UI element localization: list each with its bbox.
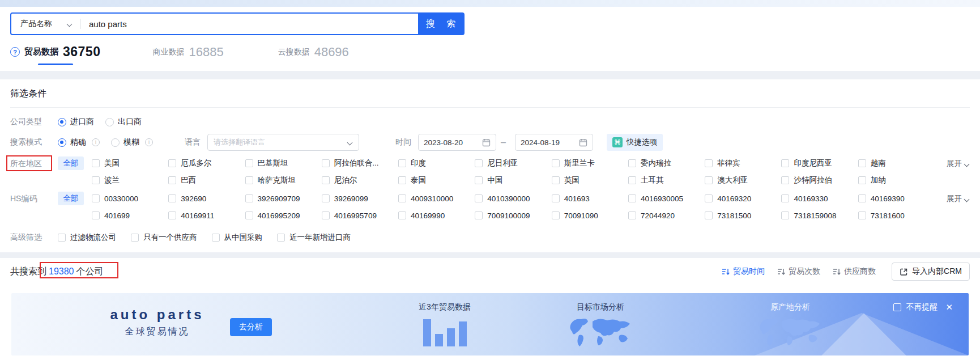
results-header: 共搜索到19380个公司 贸易时间 贸易次数 供应商数 导入内部CRM [10,263,970,281]
tab-cloud-data[interactable]: 云搜数据 48696 [278,45,349,65]
hs-code-checkbox[interactable]: 40169911 [168,210,245,221]
go-analyze-button[interactable]: 去分析 [230,318,272,336]
sort-trade-time[interactable]: 贸易时间 [722,266,765,277]
region-checkbox[interactable]: 中国 [475,175,551,186]
region-checkbox[interactable]: 加纳 [858,175,935,186]
hs-code-checkbox[interactable]: 401693 [552,193,628,204]
start-date-picker[interactable]: 2023-08-20 [418,134,496,151]
hs-code-checkbox[interactable]: 40169390 [858,193,935,204]
radio-exporter[interactable]: 出口商 [105,117,142,127]
close-icon[interactable]: ✕ [945,302,953,312]
region-checkbox[interactable]: 厄瓜多尔 [168,158,245,169]
hs-code-checkbox[interactable]: 40169320 [705,193,781,204]
sort-supplier-count[interactable]: 供应商数 [833,266,876,277]
hs-code-checkbox[interactable]: 72044920 [628,210,705,221]
hs-expand-link[interactable]: 展开 [935,193,970,204]
region-checkbox[interactable]: 印度尼西亚 [781,158,858,169]
import-crm-button[interactable]: 导入内部CRM [892,263,970,281]
hs-code-checkbox[interactable]: 39269099 [322,193,398,204]
hs-code-checkbox[interactable]: 7009100009 [475,210,551,221]
hs-code-checkbox[interactable]: 4016995209 [245,210,322,221]
advanced-checkbox[interactable]: 从中国采购 [212,232,263,243]
sort-trade-count[interactable]: 贸易次数 [777,266,820,277]
region-checkbox[interactable]: 越南 [858,158,935,169]
radio-dot-icon [111,138,120,147]
section-separator [0,252,980,258]
tab-cloud-label: 云搜数据 [278,47,310,57]
region-checkbox[interactable]: 巴西 [168,175,245,186]
hs-code-checkbox[interactable]: 73181600 [858,210,935,221]
checkbox-icon [245,211,253,219]
region-checkbox[interactable]: 尼日利亚 [475,158,551,169]
banner-card-trade-data: 近3年贸易数据 [402,302,487,346]
info-icon[interactable]: i [92,138,100,146]
region-label: 所在地区 [10,158,58,169]
advanced-checkbox[interactable]: 只有一个供应商 [131,232,197,243]
region-checkbox[interactable]: 沙特阿拉伯 [781,175,858,186]
checkbox-icon [858,176,866,184]
advanced-checkbox[interactable]: 近一年新增进口商 [277,232,351,243]
end-date-picker[interactable]: 2024-08-19 [515,134,593,151]
region-expand-link[interactable]: 展开 [935,158,970,169]
checkbox-icon [858,194,866,202]
search-button[interactable]: 搜 索 [418,14,463,34]
hs-code-checkbox[interactable]: 40169330 [781,193,858,204]
search-input[interactable] [81,14,418,34]
checkbox-icon [92,211,100,219]
hs-code-checkbox[interactable]: 392690 [168,193,245,204]
region-checkbox[interactable]: 阿拉伯联合... [322,158,398,169]
checkbox-icon [475,194,483,202]
region-checkbox[interactable]: 哈萨克斯坦 [245,175,322,186]
hs-code-checkbox[interactable]: 401699 [92,210,168,221]
hs-code-checkbox[interactable]: 4009310000 [398,193,475,204]
region-checkbox[interactable]: 印度 [398,158,475,169]
checkbox-icon [628,159,636,167]
tab-business-data[interactable]: 商业数据 16885 [152,45,223,65]
quick-options-label: 快捷选项 [627,137,657,147]
hs-code-checkbox[interactable]: 4010390000 [475,193,551,204]
hs-code-checkbox[interactable]: 00330000 [92,193,168,204]
radio-exact[interactable]: 精确 i [58,137,100,147]
checkbox-icon [475,176,483,184]
region-checkbox[interactable]: 斯里兰卡 [552,158,628,169]
region-checkbox[interactable]: 波兰 [92,175,168,186]
region-checkbox[interactable]: 澳大利亚 [705,175,781,186]
hs-code-checkbox[interactable]: 70091090 [552,210,628,221]
region-checkbox[interactable]: 尼泊尔 [322,175,398,186]
hs-all-chip[interactable]: 全部 [58,192,84,205]
region-checkbox[interactable]: 泰国 [398,175,475,186]
quick-options-button[interactable]: ⌘ 快捷选项 [607,134,663,151]
region-checkbox[interactable]: 英国 [552,175,628,186]
hs-code-checkbox[interactable]: 73181500 [705,210,781,221]
checkbox-icon [322,159,330,167]
checkbox-icon [168,159,176,167]
search-mode-row: 搜索模式 精确 i 模糊 i 语言 请选择翻译语言 时间 2 [10,133,970,152]
radio-fuzzy[interactable]: 模糊 i [111,137,153,147]
language-label: 语言 [185,137,201,147]
checkbox-icon [92,159,100,167]
region-checkbox[interactable]: 土耳其 [628,175,705,186]
region-checkbox[interactable]: 委内瑞拉 [628,158,705,169]
dismiss-checkbox[interactable] [893,303,901,311]
search-category-select[interactable]: 产品名称 [11,14,80,34]
hs-code-checkbox[interactable]: 4016930005 [628,193,705,204]
checkbox-icon [131,234,139,242]
hs-code-checkbox[interactable]: 40169990 [398,210,475,221]
help-icon[interactable]: ? [10,47,20,57]
region-checkbox[interactable]: 菲律宾 [705,158,781,169]
hs-code-checkbox[interactable]: 3926909709 [245,193,322,204]
radio-exporter-label: 出口商 [118,117,142,127]
region-all-chip[interactable]: 全部 [58,156,84,170]
info-icon[interactable]: i [145,138,153,146]
checkbox-icon [398,194,406,202]
banner-subtitle: 全球贸易情况 [125,326,190,338]
radio-importer[interactable]: 进口商 [58,117,94,127]
hs-code-checkbox[interactable]: 4016995709 [322,210,398,221]
tab-trade-data[interactable]: ? 贸易数据 36750 [10,44,100,65]
region-checkbox[interactable]: 巴基斯坦 [245,158,322,169]
region-checkbox[interactable]: 美国 [92,158,168,169]
advanced-checkbox[interactable]: 过滤物流公司 [58,232,116,243]
end-date-value: 2024-08-19 [521,138,560,147]
hs-code-checkbox[interactable]: 7318159008 [781,210,858,221]
language-select[interactable]: 请选择翻译语言 [207,134,359,151]
